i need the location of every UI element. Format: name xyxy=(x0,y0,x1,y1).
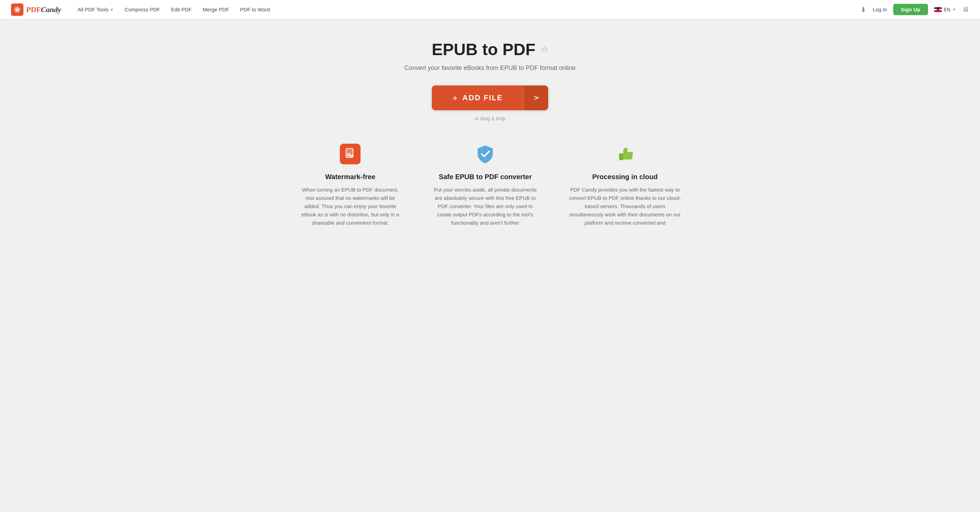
header: PDFCandy All PDF Tools ▼ Compress PDF Ed… xyxy=(0,0,980,19)
logo-text: PDFCandy xyxy=(26,5,61,14)
feature-safe-converter: Safe EPUB to PDF converter Put your worr… xyxy=(431,142,539,227)
nav-pdf-to-word[interactable]: PDF to Word xyxy=(240,6,270,13)
chevron-down-icon: ▼ xyxy=(110,8,114,12)
add-file-button[interactable]: + ADD FILE xyxy=(432,85,524,110)
download-icon[interactable]: ⬇ xyxy=(861,5,866,14)
nav-merge[interactable]: Merge PDF xyxy=(203,6,229,13)
feature-2-desc: Put your worries aside, all private docu… xyxy=(431,186,539,227)
nav-compress[interactable]: Compress PDF xyxy=(125,6,160,13)
page-title-area: EPUB to PDF ☆ xyxy=(432,40,548,59)
dropdown-chevron-icon: ∨ xyxy=(532,95,541,100)
main-content: EPUB to PDF ☆ Convert your favorite eBoo… xyxy=(0,19,980,241)
feature-1-title: Watermark-free xyxy=(325,173,375,181)
drag-drop-hint: or drag & drop xyxy=(474,116,506,121)
lang-label: EN xyxy=(944,7,950,13)
svg-rect-3 xyxy=(619,153,623,160)
plus-icon: + xyxy=(452,93,458,104)
cloud-processing-icon xyxy=(613,142,637,166)
feature-2-title: Safe EPUB to PDF converter xyxy=(439,173,532,181)
feature-3-title: Processing in cloud xyxy=(592,173,658,181)
add-file-dropdown-button[interactable]: ∨ xyxy=(523,85,548,110)
nav-edit[interactable]: Edit PDF xyxy=(171,6,192,13)
svg-point-1 xyxy=(16,9,18,11)
logo[interactable]: PDFCandy xyxy=(11,3,61,16)
add-file-label: ADD FILE xyxy=(463,93,503,102)
logo-icon xyxy=(11,3,24,16)
language-selector[interactable]: EN ▼ xyxy=(934,7,956,13)
safe-converter-icon xyxy=(473,142,497,166)
feature-3-desc: PDF Candy provides you with the fastest … xyxy=(567,186,683,227)
page-subtitle: Convert your favorite eBooks from EPUB t… xyxy=(404,64,575,72)
page-title: EPUB to PDF xyxy=(432,40,535,59)
main-nav: All PDF Tools ▼ Compress PDF Edit PDF Me… xyxy=(78,6,861,13)
signup-button[interactable]: Sign Up xyxy=(893,4,928,15)
login-button[interactable]: Log In xyxy=(873,6,887,13)
feature-watermark-free: Watermark-free When turning an EPUB to P… xyxy=(297,142,403,227)
favorite-star-icon[interactable]: ☆ xyxy=(540,44,548,55)
feature-1-desc: When turning an EPUB to PDF document, re… xyxy=(297,186,403,227)
feature-cloud-processing: Processing in cloud PDF Candy provides y… xyxy=(567,142,683,227)
lang-chevron-icon: ▼ xyxy=(953,8,956,11)
monitor-icon[interactable]: 🖥 xyxy=(962,5,969,13)
header-right: ⬇ Log In Sign Up EN ▼ 🖥 xyxy=(861,4,969,15)
watermark-free-icon xyxy=(338,142,362,166)
nav-all-tools[interactable]: All PDF Tools ▼ xyxy=(78,6,114,13)
flag-icon xyxy=(934,7,942,12)
features-section: Watermark-free When turning an EPUB to P… xyxy=(283,142,697,227)
add-file-container: + ADD FILE ∨ xyxy=(432,85,549,110)
